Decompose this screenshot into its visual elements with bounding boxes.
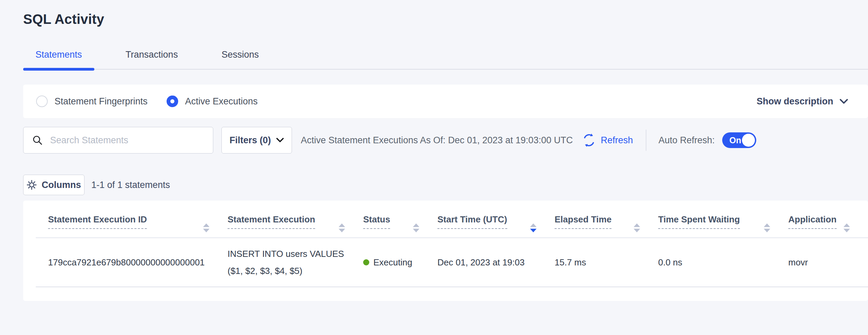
- tab-transactions[interactable]: Transactions: [113, 49, 190, 69]
- radio-label: Statement Fingerprints: [55, 96, 148, 107]
- sort-icon[interactable]: [763, 223, 771, 233]
- status-dot: [363, 259, 369, 265]
- sort-icon[interactable]: [633, 223, 640, 233]
- toggle-state-label: On: [729, 135, 741, 145]
- result-count: 1-1 of 1 statements: [91, 180, 170, 190]
- cell-application: movr: [788, 257, 868, 268]
- tab-statements[interactable]: Statements: [23, 49, 94, 69]
- sort-icon[interactable]: [338, 223, 345, 233]
- filters-button-label: Filters (0): [230, 135, 271, 146]
- auto-refresh-label: Auto Refresh:: [658, 135, 715, 146]
- table-row[interactable]: 179cca7921e679b80000000000000001 INSERT …: [36, 238, 868, 287]
- sort-icon[interactable]: [203, 223, 210, 233]
- sort-icon[interactable]: [413, 223, 420, 233]
- auto-refresh-toggle[interactable]: On: [722, 132, 756, 148]
- as-of-text: Active Statement Executions As Of: Dec 0…: [301, 135, 573, 146]
- cell-status: Executing: [363, 257, 437, 268]
- search-input[interactable]: [50, 135, 197, 146]
- column-header-application[interactable]: Application: [788, 214, 868, 237]
- refresh-icon: [582, 133, 596, 147]
- column-header-start-time[interactable]: Start Time (UTC): [437, 214, 555, 237]
- column-header-statement-execution-id[interactable]: Statement Execution ID: [36, 214, 228, 237]
- cell-statement-execution-id[interactable]: 179cca7921e679b80000000000000001: [36, 257, 228, 268]
- columns-button[interactable]: Columns: [23, 175, 84, 195]
- status-label: Executing: [373, 257, 412, 268]
- radio-active-executions[interactable]: Active Executions: [167, 96, 258, 107]
- toolbar-divider: [646, 130, 646, 151]
- cell-time-spent-waiting: 0.0 ns: [658, 257, 788, 268]
- radio-circle-selected[interactable]: [167, 96, 178, 107]
- toggle-knob[interactable]: [742, 134, 755, 147]
- show-description-label: Show description: [757, 96, 833, 107]
- view-mode-radio-group: Statement Fingerprints Active Executions: [36, 96, 258, 107]
- column-header-status[interactable]: Status: [363, 214, 437, 237]
- search-box[interactable]: [23, 127, 213, 154]
- tab-sessions[interactable]: Sessions: [209, 49, 271, 69]
- refresh-label: Refresh: [601, 135, 633, 146]
- cell-elapsed-time: 15.7 ms: [555, 257, 658, 268]
- show-description-toggle[interactable]: Show description: [757, 96, 848, 107]
- radio-statement-fingerprints[interactable]: Statement Fingerprints: [36, 96, 148, 107]
- table-controls: Columns 1-1 of 1 statements: [23, 175, 868, 195]
- sort-icon[interactable]: [530, 223, 537, 233]
- view-mode-card: Statement Fingerprints Active Executions…: [23, 85, 868, 118]
- filters-button[interactable]: Filters (0): [221, 127, 292, 154]
- column-header-time-spent-waiting[interactable]: Time Spent Waiting: [658, 214, 788, 237]
- radio-label: Active Executions: [185, 96, 258, 107]
- search-icon: [32, 135, 43, 145]
- page-title: SQL Activity: [23, 12, 868, 27]
- table-header-row: Statement Execution ID Statement Executi…: [36, 201, 868, 238]
- cell-start-time: Dec 01, 2023 at 19:03: [437, 257, 555, 268]
- gear-icon: [27, 180, 37, 190]
- radio-circle-unselected[interactable]: [36, 96, 48, 107]
- columns-button-label: Columns: [42, 180, 81, 190]
- statements-table: Statement Execution ID Statement Executi…: [23, 201, 868, 301]
- column-header-elapsed-time[interactable]: Elapsed Time: [555, 214, 658, 237]
- refresh-button[interactable]: Refresh: [582, 133, 633, 147]
- chevron-down-icon: [839, 99, 848, 104]
- sort-icon[interactable]: [843, 223, 850, 233]
- chevron-down-icon: [276, 138, 284, 143]
- toolbar: Filters (0) Active Statement Executions …: [23, 127, 868, 154]
- column-header-statement-execution[interactable]: Statement Execution: [228, 214, 363, 237]
- cell-statement-execution[interactable]: INSERT INTO users VALUES ($1, $2, $3, $4…: [228, 245, 350, 279]
- tab-bar: Statements Transactions Sessions: [23, 49, 868, 70]
